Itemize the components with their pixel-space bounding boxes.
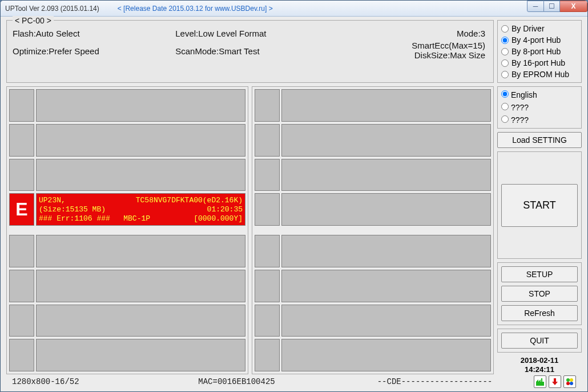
device-slot[interactable]: [255, 159, 491, 191]
setup-button[interactable]: SETUP: [501, 266, 578, 282]
app-title: UPTool Ver 2.093 (2015.01.14): [5, 5, 99, 13]
main-window: UPTool Ver 2.093 (2015.01.14) < [Release…: [0, 0, 588, 392]
device-slot[interactable]: [255, 305, 491, 337]
device-slot[interactable]: [255, 270, 491, 302]
datetime: 2018-02-11 14:24:11: [497, 356, 582, 374]
svg-rect-3: [541, 378, 542, 382]
start-button[interactable]: START: [501, 184, 578, 227]
svg-point-8: [566, 382, 570, 385]
status-resolution: 1280x800-16/52: [12, 377, 138, 386]
svg-marker-5: [552, 382, 558, 385]
device-slot[interactable]: [255, 124, 491, 157]
lang-group: English ???? ????: [497, 86, 582, 129]
status-cde: --CDE-------------------: [336, 377, 534, 386]
maximize-button[interactable]: ☐: [544, 1, 560, 12]
device-slot[interactable]: [9, 89, 245, 122]
lang-option[interactable]: ????: [501, 103, 578, 112]
svg-point-9: [570, 382, 573, 385]
device-slot[interactable]: [255, 235, 491, 267]
svg-point-6: [566, 378, 570, 382]
status-bar: 1280x800-16/52 MAC=0016EB100425 --CDE---…: [6, 374, 582, 389]
error-handle: E: [9, 193, 34, 226]
svg-marker-2: [538, 379, 541, 382]
device-slot[interactable]: EUP23N,TC58NVG7DFKTA00(eD2.16K)(Size:151…: [9, 193, 245, 226]
hub-option[interactable]: By 4-port Hub: [501, 34, 578, 46]
device-slot[interactable]: [9, 159, 245, 191]
status-mac: MAC=0016EB100425: [138, 377, 336, 386]
svg-marker-1: [536, 379, 538, 382]
titlebar: UPTool Ver 2.093 (2015.01.14) < [Release…: [1, 1, 587, 17]
quit-button[interactable]: QUIT: [501, 333, 578, 349]
device-slot[interactable]: [9, 235, 245, 267]
device-slot[interactable]: [9, 305, 245, 337]
factory-icon[interactable]: [534, 375, 546, 388]
device-slot[interactable]: [9, 124, 245, 157]
load-setting-button[interactable]: Load SETTING: [497, 132, 582, 148]
device-slot[interactable]: [9, 339, 245, 371]
minimize-button[interactable]: ─: [527, 1, 544, 12]
lang-option[interactable]: ????: [501, 115, 578, 125]
pc-label: < PC-00 >: [13, 16, 54, 25]
device-slot[interactable]: [9, 270, 245, 302]
hub-option[interactable]: By Driver: [501, 23, 578, 34]
lang-option[interactable]: English: [501, 90, 578, 99]
svg-rect-4: [554, 378, 556, 382]
close-button[interactable]: X: [560, 1, 587, 12]
hub-mode-group: By Driver By 4-port Hub By 8-port Hub By…: [497, 20, 582, 83]
stop-button[interactable]: STOP: [501, 286, 578, 302]
hub-option[interactable]: By EPROM Hub: [501, 69, 578, 80]
release-info: < [Release Date 2015.03.12 for www.USBDe…: [108, 5, 273, 13]
svg-point-7: [570, 378, 573, 382]
hub-option[interactable]: By 8-port Hub: [501, 46, 578, 57]
hub-option[interactable]: By 16-port Hub: [501, 57, 578, 69]
info-box: < PC-00 > Flash:Auto Select Level:Low Le…: [6, 20, 494, 83]
refresh-button[interactable]: ReFresh: [501, 305, 578, 321]
device-slot[interactable]: [255, 339, 491, 371]
device-slot[interactable]: [255, 193, 491, 226]
download-icon[interactable]: [549, 375, 561, 388]
svg-rect-0: [536, 382, 544, 386]
slot-grid: EUP23N,TC58NVG7DFKTA00(eD2.16K)(Size:151…: [6, 86, 494, 374]
ports-icon[interactable]: [563, 375, 576, 388]
device-slot[interactable]: [255, 89, 491, 122]
